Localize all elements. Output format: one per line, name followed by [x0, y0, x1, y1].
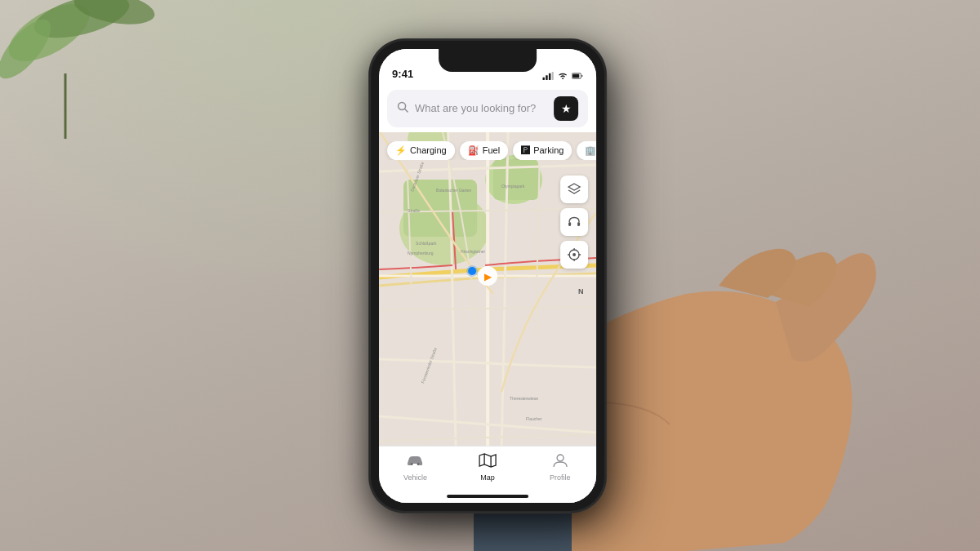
svg-rect-33 [549, 73, 551, 79]
plant-decoration [0, 0, 180, 147]
svg-rect-9 [493, 159, 538, 200]
tab-map[interactable]: Map [452, 453, 524, 482]
status-time: 9:41 [392, 68, 413, 80]
svg-text:Straße: Straße [408, 208, 420, 213]
svg-text:Botanischer Garten: Botanischer Garten [436, 188, 471, 193]
svg-rect-34 [552, 72, 554, 80]
signal-icon [542, 72, 554, 80]
fuel-icon: ⛽ [468, 145, 479, 156]
dealers-icon: 🏢 [585, 145, 596, 156]
search-icon [397, 101, 408, 116]
tab-vehicle[interactable]: Vehicle [379, 453, 452, 482]
chip-charging-label: Charging [410, 145, 447, 155]
parking-icon: 🅿 [521, 145, 530, 155]
phone-screen: Dachauer Straße Hirschgärtner Fürstenrie… [379, 49, 596, 503]
wifi-icon [557, 72, 568, 80]
chip-fuel[interactable]: ⛽ Fuel [460, 141, 508, 160]
svg-rect-40 [568, 222, 571, 226]
svg-point-52 [557, 455, 564, 461]
svg-point-48 [411, 463, 413, 465]
svg-point-35 [562, 78, 564, 79]
svg-rect-41 [577, 222, 580, 226]
chip-charging[interactable]: ⚡ Charging [387, 141, 455, 160]
map-tab-label: Map [480, 473, 495, 482]
profile-tab-icon [552, 453, 568, 472]
svg-line-39 [405, 109, 408, 112]
svg-text:Hirschgärtner: Hirschgärtner [461, 249, 485, 254]
scene: Dachauer Straße Hirschgärtner Fürstenrie… [0, 0, 980, 551]
filter-chips: ⚡ Charging ⛽ Fuel 🅿 Parking 🏢 Dealers [379, 141, 596, 160]
layers-button[interactable] [560, 176, 588, 203]
search-overlay: What are you looking for? ★ [379, 85, 596, 132]
map-controls [560, 176, 588, 269]
svg-rect-32 [546, 75, 548, 80]
chip-parking[interactable]: 🅿 Parking [513, 141, 572, 160]
map-tab-icon [479, 453, 497, 472]
location-button[interactable] [560, 241, 588, 269]
home-indicator [447, 495, 528, 498]
search-placeholder[interactable]: What are you looking for? [415, 102, 547, 114]
svg-text:Olympiapark: Olympiapark [501, 184, 525, 189]
svg-text:▶: ▶ [484, 271, 492, 282]
headset-button[interactable] [560, 208, 588, 236]
battery-icon [572, 72, 583, 80]
svg-text:N: N [578, 287, 584, 295]
svg-text:Schloßpark: Schloßpark [416, 241, 437, 246]
phone: Dachauer Straße Hirschgärtner Fürstenrie… [369, 39, 606, 513]
status-icons [542, 72, 583, 80]
phone-body: Dachauer Straße Hirschgärtner Fürstenrie… [369, 39, 606, 513]
svg-point-43 [572, 253, 576, 256]
charging-icon: ⚡ [395, 145, 407, 156]
favorites-button[interactable]: ★ [554, 96, 578, 121]
search-bar[interactable]: What are you looking for? ★ [387, 90, 588, 127]
tab-profile[interactable]: Profile [523, 453, 596, 482]
chip-fuel-label: Fuel [483, 145, 500, 155]
svg-rect-31 [542, 77, 545, 79]
svg-rect-37 [572, 73, 579, 77]
phone-notch [439, 49, 537, 72]
vehicle-tab-icon [406, 453, 424, 472]
svg-text:Theresienwiese: Theresienwiese [510, 396, 538, 401]
svg-text:Flaucher: Flaucher [526, 416, 542, 421]
svg-point-49 [417, 463, 420, 465]
svg-text:Nymphenburg: Nymphenburg [408, 251, 434, 256]
chip-parking-label: Parking [533, 145, 564, 155]
profile-tab-label: Profile [550, 473, 571, 482]
chip-dealers[interactable]: 🏢 Dealers [577, 141, 596, 160]
svg-point-28 [466, 265, 478, 277]
vehicle-tab-label: Vehicle [403, 473, 427, 482]
